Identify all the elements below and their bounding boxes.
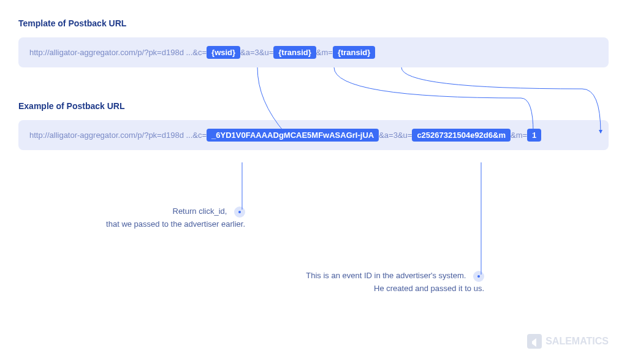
brand-logo: SALEMATICS	[527, 334, 609, 349]
annotation-event: This is an event ID in the advertiser's …	[288, 270, 484, 295]
example-mval-tag: 1	[527, 129, 541, 142]
brand-text: SALEMATICS	[545, 336, 609, 347]
example-au-label: &a=3&u=	[379, 131, 412, 140]
annotation-click: Return click_id, that we passed to the a…	[49, 205, 245, 231]
annotation-event-line2: He created and passed it to us.	[288, 282, 484, 295]
template-m-label: &m=	[316, 48, 333, 57]
annotation-click-line2: that we passed to the advertiser earlier…	[49, 218, 245, 231]
template-au-label: &a=3&u=	[240, 48, 273, 57]
template-url-box: http://alligator-aggregator.com/p/?pk=d1…	[18, 37, 609, 67]
example-transid-tag: c25267321504e92d6&m	[412, 129, 511, 142]
dot-icon	[234, 207, 245, 218]
example-base: http://alligator-aggregator.com/p/?pk=d1…	[29, 131, 192, 140]
template-wsid-tag: {wsid}	[207, 46, 240, 59]
logo-icon	[527, 334, 542, 349]
example-m-label: &m=	[511, 131, 527, 140]
template-transid2-tag: {transid}	[333, 46, 375, 59]
example-heading: Example of Postback URL	[18, 101, 609, 111]
template-heading: Template of Postback URL	[18, 18, 609, 28]
template-base: http://alligator-aggregator.com/p/?pk=d1…	[29, 48, 192, 57]
example-url-box: http://alligator-aggregator.com/p/?pk=d1…	[18, 120, 609, 150]
template-transid1-tag: {transid}	[273, 46, 316, 59]
annotation-event-line1: This is an event ID in the advertiser's …	[306, 271, 466, 280]
example-wsid-tag: _6YD1V0FAAAADgMCAE5MFwASAGrI-jUA	[207, 129, 379, 142]
dot-icon	[473, 271, 484, 282]
template-c-label: &c=	[192, 48, 207, 57]
annotation-click-line1: Return click_id,	[173, 207, 227, 216]
example-c-label: &c=	[192, 131, 207, 140]
